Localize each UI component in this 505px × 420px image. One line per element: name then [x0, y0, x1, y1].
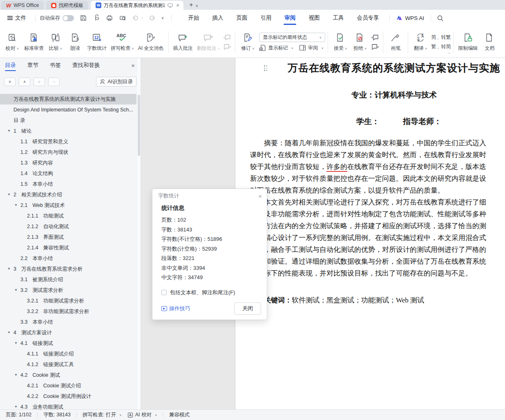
tab-list-chevron-icon[interactable]: ∨ [196, 4, 199, 8]
document-permission-button[interactable]: 文档 [480, 29, 499, 55]
toc-collapse-arrow-icon[interactable]: ▼ [7, 126, 11, 136]
autosave-toggle-off[interactable] [63, 15, 74, 21]
toc-item[interactable]: 1.4论文结构 [0, 168, 136, 179]
tips-link[interactable]: ▶ 操作技巧 [161, 305, 190, 312]
toc-item[interactable]: ▼4.1链接测试 [0, 338, 136, 349]
show-markup-button[interactable]: 显示标记 ∨ [259, 44, 293, 51]
toc-item[interactable]: 万岳在线教育系统的系统测试方案设计与实施 [0, 94, 136, 104]
toc-item[interactable]: 目 录 [0, 115, 136, 126]
expand-down-button[interactable]: ∨ [4, 78, 16, 86]
insert-comment-button[interactable]: 插入批注 [171, 29, 195, 55]
toc-item[interactable]: Design And Implementation Of System Test… [0, 104, 136, 115]
new-tab-button[interactable]: + [189, 1, 193, 9]
standard-review-button[interactable]: 标准审查 [22, 29, 46, 55]
toc-item[interactable]: 2.2本章小结 [0, 253, 136, 264]
simplified-to-traditional-button[interactable]: 简→ 转繁 [431, 34, 451, 41]
toc-item[interactable]: 3.1被测系统介绍 [0, 274, 136, 285]
toc-item[interactable]: 3.2.1功能测试需求分析 [0, 296, 136, 306]
toc-item[interactable]: 4.1.1链接测试介绍 [0, 349, 136, 359]
menu-tab-页面[interactable]: 页面 [230, 10, 254, 26]
word-count-button[interactable]: 12 字数统计 [85, 29, 109, 55]
tab-chapters[interactable]: 章节 [27, 58, 38, 73]
toc-item[interactable]: ▼4.2Cookie 测试 [0, 370, 136, 380]
toc-item[interactable]: 1.2研究方向与现状 [0, 147, 136, 158]
toc-item[interactable]: 4.1.2链接测试工具 [0, 359, 136, 370]
toc-item[interactable]: 3.3本章小结 [0, 317, 136, 327]
toc-item[interactable]: 2.1.4兼容性测试 [0, 242, 136, 253]
next-comment-icon[interactable] [223, 44, 231, 50]
spellcheck-status[interactable]: 拼写检查: 打开 ∨ [83, 411, 122, 418]
undo-icon[interactable] [132, 15, 139, 21]
ai-recognize-toc-button[interactable]: AI识别目录 [96, 77, 136, 87]
ai-proofread-status[interactable]: AI 校对 ∨ [127, 411, 157, 418]
menu-tab-视图[interactable]: 视图 [302, 10, 326, 26]
search-icon[interactable] [437, 15, 444, 22]
tab-toc[interactable]: 目录 [5, 58, 16, 73]
menu-tab-开始[interactable]: 开始 [181, 10, 206, 26]
toc-collapse-arrow-icon[interactable]: ▼ [14, 402, 18, 409]
print-icon[interactable] [106, 14, 113, 22]
zoom-out-button[interactable]: − [48, 78, 60, 86]
checkbox-icon[interactable] [161, 290, 167, 295]
toc-item[interactable]: ▼3万岳在线教育系统需求分析 [0, 264, 136, 274]
toc-item[interactable]: 1.5本章小结 [0, 179, 136, 189]
toc-item[interactable]: ▼2相关测试技术介绍 [0, 189, 136, 200]
tab-wps-office[interactable]: W WPS Office [1, 1, 44, 10]
toc-item[interactable]: 3.2.2非功能测试需求分析 [0, 306, 136, 317]
restrict-editing-button[interactable]: 限制编辑 [456, 29, 480, 55]
previous-revision-icon[interactable] [371, 34, 379, 40]
split-window-icon[interactable] [168, 3, 173, 8]
toc-item[interactable]: 1.1研究背景和意义 [0, 136, 136, 147]
toc-item[interactable]: 4.2.2Cookie 测试用例设计 [0, 391, 136, 402]
ai-polish-button[interactable]: AI 全文润色 [136, 29, 166, 55]
drag-handle-icon[interactable] [264, 65, 268, 71]
accept-revision-button[interactable]: 接受∨ [331, 29, 350, 55]
group-dialog-launcher-icon[interactable]: → [447, 49, 453, 56]
scrollbar-thumb[interactable] [138, 95, 140, 156]
brush-button[interactable]: 画笔 [386, 29, 405, 55]
toc-collapse-arrow-icon[interactable]: ▼ [14, 285, 18, 296]
undo-chevron-icon[interactable]: ∨ [141, 16, 143, 20]
menu-tab-工具[interactable]: 工具 [326, 10, 350, 26]
toc-item[interactable]: ▼2.1Web 测试技术 [0, 200, 136, 211]
read-aloud-button[interactable]: 朗读 [65, 29, 85, 55]
menu-tab-引用[interactable]: 引用 [254, 10, 278, 26]
dialog-close-icon[interactable]: × [258, 193, 262, 200]
reject-revision-button[interactable]: 拒绝∨ [350, 29, 370, 55]
toc-collapse-arrow-icon[interactable]: ▼ [7, 189, 11, 200]
toc-item[interactable]: 2.1.3界面测试 [0, 232, 136, 242]
markup-state-select[interactable]: 显示标记的最终状态 ∨ [259, 33, 325, 42]
toc-item[interactable]: ▼1绪论 [0, 126, 136, 136]
translate-button[interactable]: 文A 翻译∨ [411, 29, 430, 55]
toc-collapse-arrow-icon[interactable]: ▼ [14, 200, 18, 211]
traditional-to-simplified-button[interactable]: 繁→ 转简 [431, 43, 451, 50]
toc-item[interactable]: 1.3研究内容 [0, 158, 136, 168]
toc-collapse-arrow-icon[interactable]: ▼ [14, 370, 18, 380]
print-preview-icon[interactable] [119, 14, 126, 22]
include-footnotes-checkbox[interactable]: 包括文本框、脚注和尾注(F) [161, 289, 260, 296]
previous-comment-icon[interactable] [223, 34, 231, 40]
menu-tab-插入[interactable]: 插入 [206, 10, 230, 26]
compare-button[interactable]: 比较∨ [46, 29, 65, 55]
redo-icon[interactable] [149, 15, 156, 21]
dialog-close-button[interactable]: 关闭 [234, 302, 261, 315]
page-indicator[interactable]: 页面: 1/102 [6, 411, 31, 418]
menu-tab-审阅[interactable]: 审阅 [278, 10, 302, 26]
toc-item[interactable]: ▼4测试方案设计 [0, 327, 136, 338]
quickbar-chevron-icon[interactable]: ∨ [161, 16, 164, 20]
sidebar-scrollbar[interactable] [137, 58, 141, 409]
spell-check-button[interactable]: ABC 拼写检查∨ [109, 29, 136, 55]
tab-docer-templates[interactable]: 找稻壳模板 [46, 1, 88, 10]
word-count-indicator[interactable]: 字数: 38143 [43, 411, 71, 418]
track-changes-button[interactable]: 修订∨ [238, 29, 257, 55]
tab-bookmarks[interactable]: 书签 [50, 58, 61, 73]
toc-collapse-arrow-icon[interactable]: ▼ [7, 327, 11, 338]
file-menu[interactable]: 文件 [15, 14, 26, 22]
toc-item[interactable]: 4.2.1Cookie 测试介绍 [0, 380, 136, 391]
tab-document[interactable]: W 万岳在线教育系统的系统测试 × [91, 1, 183, 10]
toc-item[interactable]: 2.1.1功能测试 [0, 211, 136, 221]
export-pdf-icon[interactable] [93, 14, 100, 22]
zoom-in-button[interactable]: + [34, 78, 45, 86]
hamburger-menu-icon[interactable] [7, 18, 13, 18]
collapse-up-button[interactable]: ∧ [19, 78, 30, 86]
